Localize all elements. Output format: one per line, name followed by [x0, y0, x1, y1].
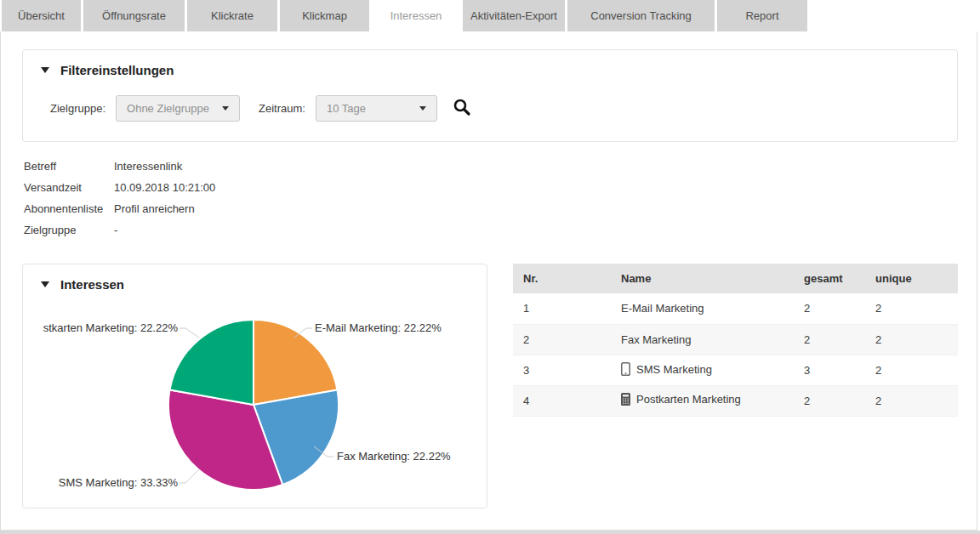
filter-controls: Zielgruppe: Ohne Zielgruppe Zeitraum: 10…	[50, 95, 471, 122]
interests-table-body: 1E-Mail Marketing222Fax Marketing223SMS …	[513, 293, 958, 416]
analytics-page: Übersicht Öffnungsrate Klickrate Klickma…	[0, 0, 980, 534]
tab-uebersicht[interactable]: Übersicht	[2, 0, 81, 31]
meta-value: Interessenlink	[114, 160, 182, 173]
pie-label-postkarten: stkarten Marketing: 22.22%	[43, 321, 179, 334]
tab-conversion-tracking[interactable]: Conversion Tracking	[567, 0, 715, 31]
header-name: Name	[611, 264, 794, 293]
row-name-text: E-Mail Marketing	[621, 302, 704, 315]
tab-klickmap[interactable]: Klickmap	[280, 0, 369, 31]
row-unique: 2	[865, 293, 958, 324]
message-info: Betreff Interessenlink Versandzeit 10.09…	[24, 156, 215, 241]
header-nr: Nr.	[513, 264, 611, 293]
callout-line-sms	[179, 469, 199, 483]
row-nr: 2	[513, 324, 611, 355]
meta-value: 10.09.2018 10:21:00	[114, 181, 215, 194]
pie-slice-postkarten[interactable]	[170, 320, 254, 405]
row-gesamt: 2	[794, 324, 865, 355]
row-name: SMS Marketing	[611, 355, 794, 385]
zielgruppe-selected-value: Ohne Zielgruppe	[127, 102, 209, 115]
search-button[interactable]	[453, 98, 471, 119]
row-nr: 4	[513, 385, 611, 416]
header-unique: unique	[865, 264, 958, 293]
row-nr: 1	[513, 293, 611, 324]
zeitraum-selected-value: 10 Tage	[327, 102, 366, 115]
chevron-down-icon	[419, 106, 426, 111]
tab-oeffnungsrate[interactable]: Öffnungsrate	[83, 0, 185, 31]
row-name: Fax Marketing	[611, 324, 794, 355]
row-unique: 2	[865, 385, 958, 416]
callout-line-postkarten	[179, 328, 199, 338]
calculator-icon	[621, 393, 630, 408]
row-name: E-Mail Marketing	[611, 293, 794, 324]
zielgruppe-label: Zielgruppe:	[50, 102, 105, 115]
meta-value: Profil anreichern	[114, 202, 195, 215]
row-name-text: Fax Marketing	[621, 333, 691, 346]
row-name-text: Postkarten Marketing	[636, 393, 741, 406]
meta-row-zielgruppe: Zielgruppe -	[24, 219, 215, 241]
meta-row-abonnentenliste: Abonnentenliste Profil anreichern	[24, 198, 215, 219]
meta-label: Abonnentenliste	[24, 202, 114, 215]
tab-interessen[interactable]: Interessen	[372, 0, 460, 31]
meta-row-betreff: Betreff Interessenlink	[24, 156, 215, 177]
meta-value: -	[114, 224, 117, 236]
mobile-phone-icon	[621, 362, 630, 378]
meta-label: Betreff	[24, 160, 114, 173]
magnifier-icon	[453, 98, 471, 119]
collapse-triangle-icon	[41, 67, 49, 73]
table-header-row: Nr. Name gesamt unique	[513, 264, 958, 293]
interests-chart-panel: Interessen stkarten Marketing: 22.22% E-…	[22, 264, 487, 508]
chevron-down-icon	[222, 106, 229, 111]
meta-label: Versandzeit	[24, 181, 114, 194]
content-area: Filtereinstellungen Zielgruppe: Ohne Zie…	[0, 31, 977, 531]
filter-settings-toggle[interactable]: Filtereinstellungen	[41, 63, 174, 77]
row-unique: 2	[865, 324, 958, 355]
row-gesamt: 3	[794, 355, 865, 385]
row-name-text: SMS Marketing	[636, 363, 712, 376]
zeitraum-dropdown[interactable]: 10 Tage	[316, 95, 437, 122]
pie-label-fax: Fax Marketing: 22.22%	[337, 450, 451, 463]
table-row: 1E-Mail Marketing22	[513, 293, 958, 324]
pie-label-sms: SMS Marketing: 33.33%	[59, 476, 179, 489]
filter-settings-panel: Filtereinstellungen Zielgruppe: Ohne Zie…	[22, 49, 958, 142]
tab-aktivitaeten-export[interactable]: Aktivitäten-Export	[463, 0, 565, 31]
interests-table: Nr. Name gesamt unique 1E-Mail Marketing…	[513, 264, 958, 417]
tab-report[interactable]: Report	[717, 0, 807, 31]
interests-toggle[interactable]: Interessen	[41, 277, 124, 292]
header-gesamt: gesamt	[794, 264, 865, 293]
interests-pie-chart: stkarten Marketing: 22.22% E-Mail Market…	[23, 298, 487, 508]
row-nr: 3	[513, 355, 611, 385]
collapse-triangle-icon	[41, 281, 49, 287]
meta-label: Zielgruppe	[24, 224, 114, 236]
tab-klickrate[interactable]: Klickrate	[187, 0, 277, 31]
row-name: Postkarten Marketing	[611, 385, 794, 416]
row-unique: 2	[865, 355, 958, 385]
pie-label-email: E-Mail Marketing: 22.22%	[315, 321, 442, 334]
zeitraum-label: Zeitraum:	[259, 102, 305, 115]
table-row: 3SMS Marketing32	[513, 355, 958, 385]
filter-settings-title: Filtereinstellungen	[60, 63, 174, 77]
tab-bar: Übersicht Öffnungsrate Klickrate Klickma…	[2, 0, 807, 31]
table-row: 4Postkarten Marketing22	[513, 385, 958, 416]
zielgruppe-dropdown[interactable]: Ohne Zielgruppe	[116, 95, 240, 122]
page-bottom-strip	[0, 531, 980, 534]
meta-row-versandzeit: Versandzeit 10.09.2018 10:21:00	[24, 177, 215, 198]
interests-title: Interessen	[60, 277, 124, 292]
table-row: 2Fax Marketing22	[513, 324, 958, 355]
row-gesamt: 2	[794, 385, 865, 416]
row-gesamt: 2	[794, 293, 865, 324]
